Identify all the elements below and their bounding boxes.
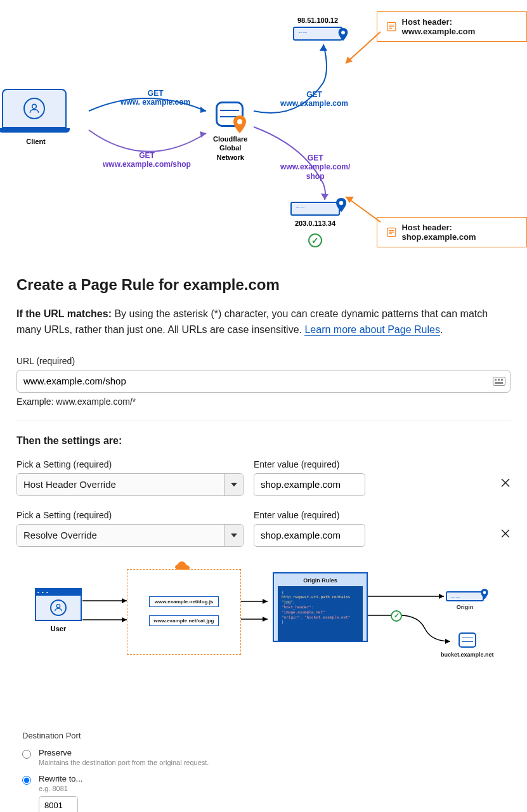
cloudflare-node: CloudflareGlobalNetwork	[213, 102, 247, 162]
url-hint: Example: www.example.com/*	[16, 396, 511, 407]
chevron-down-icon	[224, 474, 243, 495]
callout2-pointer	[342, 190, 387, 228]
radio-preserve-row: Preserve Maintains the destination port …	[22, 748, 505, 766]
preserve-label: Preserve	[39, 748, 209, 757]
setting-row-2: Pick a Setting (required) Resolve Overri…	[16, 510, 511, 547]
remove-setting-button[interactable]	[500, 478, 511, 496]
cloudflare-box: www.example.net/dog.js www.example.net/c…	[127, 569, 241, 655]
svg-point-0	[32, 104, 37, 108]
server1-node: 98.51.100.12	[293, 16, 342, 41]
client-label: Client	[2, 138, 70, 145]
origin-rules-box: Origin Rules { http.request.uri.path con…	[273, 572, 368, 642]
origin-node: Origin	[446, 591, 484, 610]
value-label: Enter value (required)	[254, 459, 365, 469]
radio-rewrite[interactable]	[22, 776, 31, 785]
arrows-user-cf	[82, 594, 133, 626]
url-input[interactable]	[16, 370, 511, 393]
client-node: Client	[2, 89, 70, 145]
svg-marker-37	[263, 617, 268, 622]
chevron-down-icon	[224, 525, 243, 546]
svg-rect-24	[495, 382, 503, 384]
close-icon	[500, 528, 511, 539]
value-input-2[interactable]	[254, 524, 365, 547]
radio-rewrite-row: Rewrite to... e.g. 8081	[22, 774, 505, 812]
setting-label: Pick a Setting (required)	[16, 510, 244, 520]
setting-select-2[interactable]: Resolve Override	[16, 524, 244, 547]
svg-rect-23	[501, 379, 503, 381]
radio-preserve[interactable]	[22, 750, 31, 759]
divider	[16, 421, 511, 421]
svg-point-33	[56, 604, 60, 607]
cloud-icon	[174, 561, 193, 572]
svg-point-41	[483, 591, 486, 594]
learn-more-link[interactable]: Learn more about Page Rules	[304, 324, 439, 336]
req1-label: GETwww. example.com	[120, 89, 190, 107]
svg-rect-22	[498, 379, 500, 381]
input-icon	[493, 377, 505, 386]
document-icon	[386, 21, 397, 32]
svg-point-3	[237, 119, 242, 124]
user-node: • • • User	[35, 588, 82, 632]
intro-text: If the URL matches: By using the asteris…	[16, 306, 511, 338]
setting-select-1[interactable]: Host Header Override	[16, 473, 244, 496]
then-settings-heading: Then the settings are:	[16, 435, 511, 447]
rewrite-label: Rewrite to...	[39, 774, 82, 783]
setting-row-1: Pick a Setting (required) Host Header Ov…	[16, 459, 511, 496]
callout1-pointer	[342, 29, 387, 73]
svg-marker-32	[122, 617, 127, 622]
callout-host-header-2: Host header: shop.example.com	[377, 217, 527, 247]
value-input-1[interactable]	[254, 473, 365, 496]
value-label: Enter value (required)	[254, 510, 365, 520]
req4-label: GETwww.example.com/shop	[280, 154, 350, 181]
diagram-origin-rules: • • • User www.example.net/dog.js www.ex…	[0, 566, 527, 693]
svg-line-12	[346, 32, 381, 63]
svg-marker-39	[439, 594, 444, 599]
remove-setting-button[interactable]	[500, 528, 511, 547]
page-title: Create a Page Rule for example.com	[16, 276, 511, 294]
svg-marker-5	[321, 193, 329, 200]
location-pin-icon	[480, 589, 489, 600]
check-icon	[308, 233, 322, 247]
user-icon	[53, 603, 63, 613]
rewrite-desc: e.g. 8081	[39, 785, 82, 792]
setting-label: Pick a Setting (required)	[16, 459, 244, 469]
diagram-routing: Client GETwww. example.com GETwww.exampl…	[0, 0, 527, 257]
destination-port-heading: Destination Port	[22, 731, 505, 740]
bucket-node: bucket.example.net	[441, 632, 494, 658]
location-pin-icon	[232, 115, 247, 134]
callout-host-header-1: Host header: www.example.com	[377, 11, 527, 42]
server2-node: 203.0.113.34	[290, 202, 340, 247]
check-badge: ✓	[391, 610, 402, 622]
svg-marker-30	[122, 598, 127, 603]
svg-marker-4	[320, 44, 327, 51]
req2-label: GETwww.example.com/shop	[103, 151, 191, 169]
svg-rect-21	[495, 379, 497, 381]
url-label: URL (required)	[16, 356, 511, 366]
port-input[interactable]	[39, 796, 78, 812]
svg-marker-1	[200, 107, 206, 113]
svg-rect-20	[493, 377, 505, 385]
user-icon	[28, 102, 41, 115]
close-icon	[500, 478, 511, 488]
preserve-desc: Maintains the destination port from the …	[39, 759, 209, 766]
svg-marker-35	[263, 599, 268, 604]
document-icon	[386, 226, 396, 238]
req3-label: GETwww.example.com	[280, 90, 348, 108]
